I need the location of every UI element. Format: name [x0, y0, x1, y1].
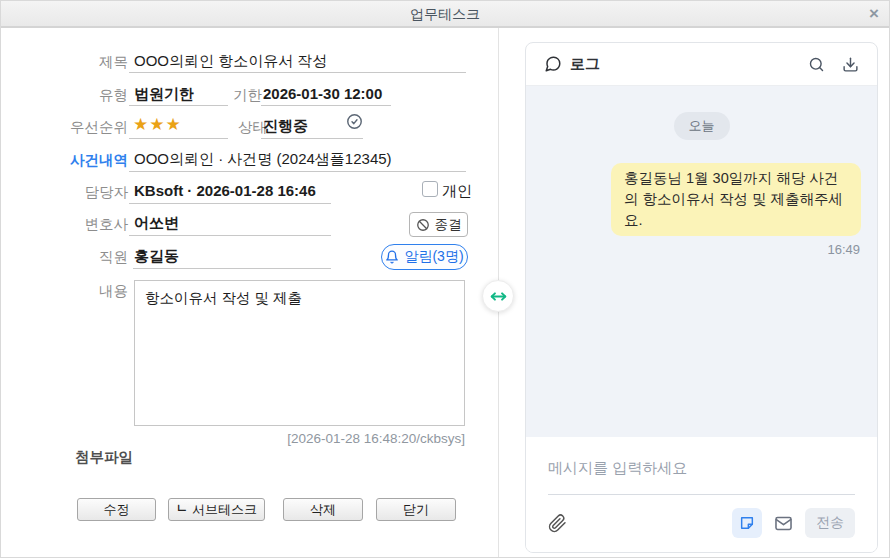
deadline-underline: [261, 105, 391, 106]
log-panel: 로그 오늘 홍길동님 1월 30일까지 해당 사건의 항소이유서 작성 및 제출…: [525, 42, 878, 553]
subtask-button-label: 서브테스크: [192, 501, 257, 519]
download-icon[interactable]: [842, 56, 859, 73]
close-button[interactable]: 닫기: [376, 498, 456, 521]
close-case-button[interactable]: 종결: [409, 212, 468, 237]
chat-message-area: 오늘 홍길동님 1월 30일까지 해당 사건의 항소이유서 작성 및 제출해주세…: [526, 86, 877, 437]
content-textarea[interactable]: 항소이유서 작성 및 제출: [134, 280, 465, 426]
deadline-label: 기한: [233, 86, 262, 105]
staff-underline: [133, 268, 331, 269]
edit-button[interactable]: 수정: [77, 498, 156, 521]
title-field[interactable]: OOO의뢰인 항소이유서 작성: [134, 52, 327, 71]
chat-message-bubble: 홍길동님 1월 30일까지 해당 사건의 항소이유서 작성 및 제출해주세요.: [611, 163, 861, 236]
paperclip-icon[interactable]: [548, 514, 567, 533]
edit-button-label: 수정: [104, 501, 130, 519]
lawyer-field[interactable]: 어쏘변: [134, 214, 179, 233]
priority-label: 우선순위: [33, 118, 128, 137]
close-button-label: 닫기: [403, 501, 429, 519]
envelope-icon[interactable]: [774, 514, 793, 533]
close-case-button-label: 종결: [435, 216, 462, 234]
log-title-group: 로그: [544, 55, 600, 74]
left-right-arrow-icon: [489, 287, 508, 306]
chat-message-time: 16:49: [827, 242, 860, 257]
priority-stars[interactable]: ★★★: [133, 114, 182, 135]
sticky-note-icon[interactable]: [732, 508, 762, 538]
input-divider: [548, 494, 855, 495]
status-field[interactable]: 진행중: [263, 117, 308, 136]
attachments-label: 첨부파일: [75, 448, 133, 467]
personal-checkbox-label: 개인: [442, 182, 472, 201]
type-field[interactable]: 법원기한: [134, 85, 194, 104]
personal-checkbox[interactable]: [422, 181, 438, 197]
dialog-title: 업무테스크: [1, 1, 889, 27]
lawyer-underline: [129, 235, 331, 236]
type-label: 유형: [33, 86, 128, 105]
log-title: 로그: [570, 55, 600, 74]
assignee-field[interactable]: KBsoft · 2026-01-28 16:46: [134, 182, 316, 199]
case-underline: [129, 171, 466, 172]
meta-timestamp: [2026-01-28 16:48:20/ckbsys]: [134, 431, 465, 446]
lawyer-label: 변호사: [33, 215, 128, 234]
assignee-underline: [129, 203, 331, 204]
bell-icon: [385, 250, 399, 264]
close-icon[interactable]: ×: [869, 1, 879, 26]
message-input[interactable]: [548, 459, 855, 476]
case-link-label[interactable]: 사건내역: [33, 151, 128, 170]
speech-bubble-icon: [544, 55, 562, 73]
priority-underline: [129, 138, 228, 139]
panel-toggle-button[interactable]: [482, 280, 514, 312]
title-label: 제목: [33, 53, 128, 72]
delete-button[interactable]: 삭제: [283, 498, 363, 521]
task-dialog: 업무테스크 × 제목 OOO의뢰인 항소이유서 작성 유형 법원기한 기한 20…: [0, 0, 890, 558]
date-badge: 오늘: [674, 112, 730, 140]
case-field[interactable]: OOO의뢰인 · 사건명 (2024샘플12345): [134, 150, 392, 169]
alert-button-label: 알림(3명): [404, 248, 463, 266]
dialog-titlebar: 업무테스크 ×: [1, 1, 889, 28]
check-circle-icon[interactable]: [346, 113, 363, 130]
subtask-button[interactable]: ㄴ 서브테스크: [168, 498, 265, 521]
delete-button-label: 삭제: [310, 501, 336, 519]
staff-label: 직원: [33, 248, 128, 267]
content-text: 항소이유서 작성 및 제출: [145, 289, 454, 308]
title-underline: [129, 72, 466, 73]
content-label: 내용: [33, 282, 128, 301]
alert-button[interactable]: 알림(3명): [381, 244, 468, 270]
subtask-corner-icon: ㄴ: [176, 500, 188, 517]
search-icon[interactable]: [808, 56, 825, 73]
chat-toolbar: 전송: [548, 508, 855, 538]
type-underline: [129, 105, 228, 106]
assignee-label: 담당자: [33, 183, 128, 202]
staff-field[interactable]: 홍길동: [134, 247, 179, 266]
log-header: 로그: [526, 43, 877, 86]
status-underline: [261, 138, 363, 139]
send-button[interactable]: 전송: [805, 508, 855, 538]
prohibition-icon: [416, 218, 430, 232]
chat-input-area: 전송: [526, 437, 877, 552]
deadline-field[interactable]: 2026-01-30 12:00: [263, 85, 382, 102]
